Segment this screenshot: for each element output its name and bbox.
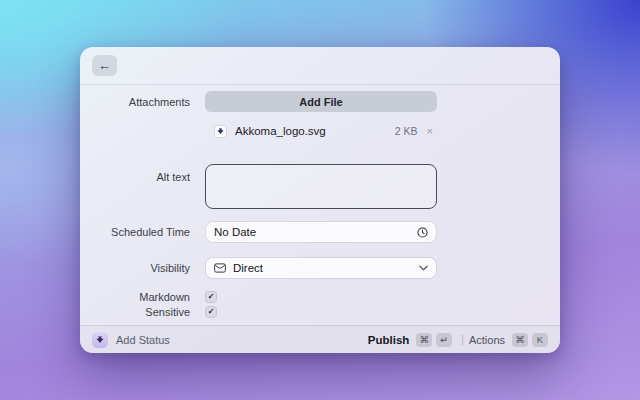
attachments-label: Attachments <box>80 96 190 108</box>
sensitive-label: Sensitive <box>80 306 190 318</box>
visibility-dropdown[interactable]: Direct <box>205 257 437 279</box>
attachment-item: Akkoma_logo.svg 2 KB × <box>205 123 437 139</box>
visibility-value: Direct <box>233 262 263 274</box>
check-icon: ✓ <box>208 308 215 316</box>
attachment-item-row: Akkoma_logo.svg 2 KB × <box>80 123 560 139</box>
check-icon: ✓ <box>208 293 215 301</box>
alt-text-label: Alt text <box>80 164 190 183</box>
sensitive-checkbox[interactable]: ✓ <box>205 306 217 318</box>
akkoma-app-icon <box>92 332 108 348</box>
markdown-label: Markdown <box>80 291 190 303</box>
clock-icon <box>417 227 428 238</box>
publish-button[interactable]: Publish <box>368 334 410 346</box>
actions-button[interactable]: Actions <box>469 334 505 346</box>
markdown-checkbox[interactable]: ✓ <box>205 291 217 303</box>
back-arrow-icon: ← <box>98 56 111 76</box>
dialog-header: ← <box>80 47 560 85</box>
markdown-row: Markdown ✓ <box>80 290 560 303</box>
envelope-icon <box>214 263 226 273</box>
visibility-row: Visibility Direct <box>80 257 560 279</box>
akkoma-logo-icon <box>216 127 225 136</box>
desktop-background: ← Attachments Add File <box>0 0 640 400</box>
file-size: 2 KB <box>395 125 418 137</box>
back-button[interactable]: ← <box>92 55 117 76</box>
file-name: Akkoma_logo.svg <box>235 125 326 137</box>
compose-status-dialog: ← Attachments Add File <box>80 47 560 353</box>
alt-text-row: Alt text <box>80 164 560 213</box>
add-file-button[interactable]: Add File <box>205 91 437 112</box>
alt-text-input[interactable] <box>205 164 437 209</box>
cmd-key-badge: ⌘ <box>512 333 528 347</box>
scheduled-time-picker[interactable]: No Date <box>205 221 437 243</box>
scheduled-time-label: Scheduled Time <box>80 226 190 238</box>
footer-separator: | <box>461 334 464 345</box>
sensitive-row: Sensitive ✓ <box>80 305 560 318</box>
k-key-badge: K <box>532 333 548 347</box>
visibility-label: Visibility <box>80 262 190 274</box>
remove-file-button[interactable]: × <box>427 126 433 137</box>
file-thumbnail-icon <box>214 125 227 138</box>
scheduled-time-value: No Date <box>214 226 256 238</box>
attachments-row: Attachments Add File <box>80 91 560 112</box>
return-key-badge: ↵ <box>436 333 452 347</box>
dialog-footer: Add Status Publish ⌘ ↵ | Actions ⌘ K <box>80 325 560 353</box>
cmd-key-badge: ⌘ <box>416 333 432 347</box>
scheduled-time-row: Scheduled Time No Date <box>80 221 560 243</box>
chevron-down-icon <box>419 265 428 271</box>
command-title: Add Status <box>116 334 170 346</box>
status-form: Attachments Add File Akkoma_logo.svg 2 K… <box>80 85 560 318</box>
